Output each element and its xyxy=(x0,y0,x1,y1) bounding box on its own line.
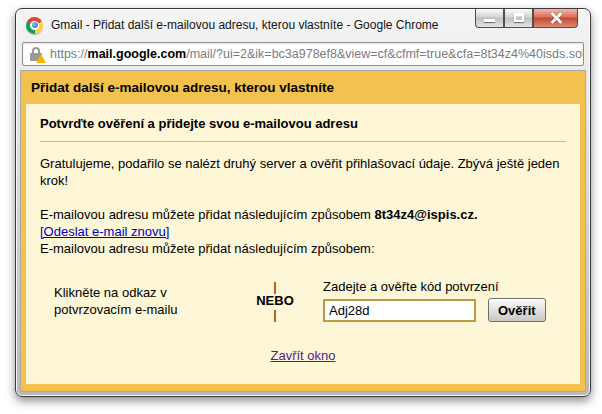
or-separator: | NEBO | xyxy=(239,280,311,322)
congrats-text: Gratulujeme, podařilo se nalézt druhý se… xyxy=(40,155,566,189)
url-text[interactable]: https://mail.google.com/mail/?ui=2&ik=bc… xyxy=(50,47,584,61)
confirmation-code-input[interactable] xyxy=(323,299,476,322)
maximize-icon xyxy=(514,13,524,22)
url-protocol: https:// xyxy=(50,47,88,61)
method-sentence-2: E-mailovou adresu můžete přidat následuj… xyxy=(40,240,566,257)
window-title: Gmail - Přidat další e-mailovou adresu, … xyxy=(51,18,439,32)
dialog-title: Přidat další e-mailovou adresu, kterou v… xyxy=(21,71,585,104)
or-label: NEBO xyxy=(239,294,311,308)
chrome-logo-icon xyxy=(26,17,43,34)
close-window-link[interactable]: Zavřít okno xyxy=(270,348,335,363)
browser-window: Gmail - Přidat další e-mailovou adresu, … xyxy=(15,8,591,397)
options-row: Klikněte na odkaz v potvrzovacím e-mailu… xyxy=(54,279,566,322)
divider xyxy=(40,141,566,142)
dialog-subtitle: Potvrďte ověření a přidejte svou e-mailo… xyxy=(40,116,566,131)
code-label: Zadejte a ověřte kód potvrzení xyxy=(323,279,546,294)
address-bar[interactable]: https://mail.google.com/mail/?ui=2&ik=bc… xyxy=(22,42,584,66)
url-host: mail.google.com xyxy=(88,47,187,61)
close-button[interactable] xyxy=(533,9,578,28)
window-controls xyxy=(475,9,578,28)
or-bar-bottom: | xyxy=(239,308,311,322)
maximize-button[interactable] xyxy=(504,9,533,28)
verify-button[interactable]: Ověřit xyxy=(488,298,546,322)
close-icon xyxy=(550,12,562,24)
window-titlebar[interactable]: Gmail - Přidat další e-mailovou adresu, … xyxy=(16,9,590,39)
minimize-button[interactable] xyxy=(475,9,504,28)
resend-line: [Odeslat e-mail znovu] xyxy=(40,223,566,240)
gmail-dialog-page: Přidat další e-mailovou adresu, kterou v… xyxy=(20,70,586,392)
minimize-icon xyxy=(484,19,495,22)
dialog-body: Potvrďte ověření a přidejte svou e-mailo… xyxy=(26,104,580,384)
urlbar-strip: https://mail.google.com/mail/?ui=2&ik=bc… xyxy=(16,39,590,70)
or-bar-top: | xyxy=(239,280,311,294)
ssl-lock-warning-icon[interactable] xyxy=(29,46,44,62)
option-click-link-text: Klikněte na odkaz v potvrzovacím e-mailu xyxy=(54,284,239,318)
option-enter-code: Zadejte a ověřte kód potvrzení Ověřit xyxy=(323,279,546,322)
email-address: 8t34z4@ispis.cz. xyxy=(375,207,478,222)
resend-email-link[interactable]: [Odeslat e-mail znovu] xyxy=(40,224,169,239)
method-sentence: E-mailovou adresu můžete přidat následuj… xyxy=(40,206,566,223)
method-sentence-prefix: E-mailovou adresu můžete přidat následuj… xyxy=(40,207,375,222)
url-path: /mail/?ui=2&ik=bc3a978ef8&view=cf&cfmf=t… xyxy=(186,47,584,61)
